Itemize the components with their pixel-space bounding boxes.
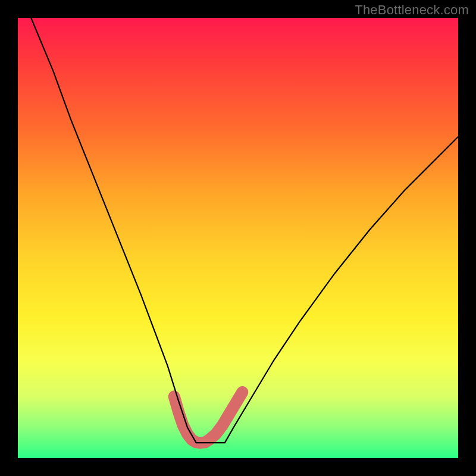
plot-area <box>18 18 458 458</box>
curve-svg <box>18 18 458 458</box>
chart-frame: TheBottleneck.com <box>0 0 476 476</box>
bottleneck-curve <box>31 18 458 443</box>
watermark-label: TheBottleneck.com <box>355 2 469 18</box>
